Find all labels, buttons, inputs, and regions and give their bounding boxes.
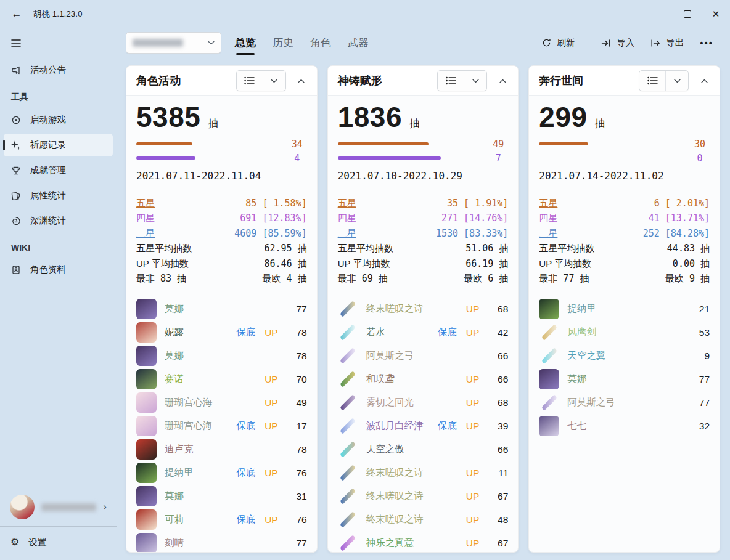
- pull-item-row[interactable]: 莫娜77: [136, 299, 307, 320]
- star-filter-link[interactable]: 五星: [136, 196, 155, 211]
- pull-item-row[interactable]: 终末嗟叹之诗UP11: [338, 463, 509, 484]
- pull-item-row[interactable]: 提纳里21: [539, 299, 710, 320]
- pull-item-row[interactable]: 迪卢克78: [136, 439, 307, 460]
- list-view-button[interactable]: [438, 71, 464, 91]
- pull-item-row[interactable]: 妮露保底UP78: [136, 322, 307, 343]
- pull-item-row[interactable]: 刻晴77: [136, 533, 307, 553]
- star-filter-link[interactable]: 三星: [539, 226, 557, 241]
- maximize-button[interactable]: [673, 0, 702, 28]
- pull-item-row[interactable]: 终末嗟叹之诗UP48: [338, 509, 509, 530]
- export-button[interactable]: 导出: [644, 33, 691, 53]
- export-label: 导出: [666, 37, 684, 49]
- pull-item-row[interactable]: 波乱月白经津保底UP39: [338, 416, 509, 437]
- pull-item-row[interactable]: 珊瑚宫心海UP49: [136, 392, 307, 413]
- total-pulls: 299抽: [539, 100, 710, 136]
- star-filter-link[interactable]: 五星: [338, 196, 356, 211]
- sidebar-item-character-wiki[interactable]: 角色资料: [4, 258, 113, 281]
- average-stat-value: 66.19 抽: [465, 256, 508, 272]
- up-badge: UP: [466, 421, 480, 432]
- sidebar-item-launch-game[interactable]: 启动游戏: [4, 108, 113, 131]
- star-filter-link[interactable]: 四星: [338, 211, 356, 226]
- banner-card-0: 角色活动5385抽3442021.07.11-2022.11.04五星85 [ …: [126, 65, 318, 553]
- date-range: 2021.07.11-2022.11.04: [136, 170, 307, 182]
- star-filter-link[interactable]: 五星: [539, 196, 557, 211]
- close-button[interactable]: ✕: [702, 0, 730, 28]
- character-avatar: [539, 416, 559, 436]
- tab-weapon[interactable]: 武器: [348, 28, 369, 58]
- pull-item-row[interactable]: 神乐之真意UP67: [338, 533, 509, 553]
- tab-overview[interactable]: 总览: [235, 28, 256, 58]
- collapse-card-button[interactable]: [292, 71, 311, 91]
- list-view-button[interactable]: [639, 71, 665, 91]
- back-button[interactable]: ←: [6, 5, 27, 23]
- pull-item-row[interactable]: 赛诺UP70: [136, 369, 307, 390]
- character-avatar: [136, 533, 157, 552]
- average-stat-row: UP 平均抽数66.19 抽: [338, 256, 509, 272]
- collapse-card-button[interactable]: [694, 71, 714, 91]
- star-filter-link[interactable]: 四星: [136, 211, 155, 226]
- pity-progress-4star: 7: [338, 156, 509, 161]
- pull-item-row[interactable]: 雾切之回光UP68: [338, 392, 509, 413]
- sidebar-item-announcement[interactable]: 活动公告: [4, 59, 113, 81]
- character-avatar: [136, 416, 157, 436]
- star-filter-link[interactable]: 三星: [338, 226, 356, 241]
- refresh-button[interactable]: 刷新: [535, 33, 581, 53]
- weapon-icon: [338, 533, 358, 552]
- pull-item-row[interactable]: 提纳里保底UP76: [136, 463, 307, 484]
- minimize-button[interactable]: –: [645, 0, 673, 28]
- chevron-up-icon: [701, 79, 708, 83]
- pull-item-row[interactable]: 莫娜77: [539, 369, 710, 390]
- pull-item-row[interactable]: 和璞鸢UP66: [338, 369, 509, 390]
- sidebar-item-label: 成就管理: [30, 164, 66, 176]
- uid-redacted: [133, 39, 183, 47]
- star-stat-value: 4609 [85.59%]: [234, 226, 306, 241]
- pull-item-row[interactable]: 七七32: [539, 416, 710, 437]
- sidebar-item-wish-records[interactable]: 祈愿记录: [4, 134, 113, 156]
- view-dropdown-button[interactable]: [666, 71, 688, 91]
- list-view-icon: [647, 76, 658, 85]
- pity-bars: 300: [539, 142, 710, 161]
- item-name: 珊瑚宫心海: [165, 420, 228, 432]
- maximize-icon: [684, 10, 691, 18]
- cards-row: 角色活动5385抽3442021.07.11-2022.11.04五星85 [ …: [117, 58, 730, 560]
- tab-history[interactable]: 历史: [273, 28, 293, 58]
- list-view-button[interactable]: [237, 71, 263, 91]
- pull-item-row[interactable]: 终末嗟叹之诗UP67: [338, 486, 509, 507]
- pull-item-row[interactable]: 阿莫斯之弓77: [539, 392, 710, 413]
- sidebar-item-abyss[interactable]: 深渊统计: [4, 209, 113, 232]
- view-options-split-button: [639, 70, 689, 91]
- view-dropdown-button[interactable]: [263, 71, 285, 91]
- view-dropdown-button[interactable]: [464, 71, 486, 91]
- import-button[interactable]: 导入: [594, 33, 641, 53]
- pull-history-list: 提纳里21风鹰剑53天空之翼9莫娜77阿莫斯之弓77七七32: [539, 293, 710, 553]
- sidebar-item-properties[interactable]: 属性统计: [4, 184, 113, 207]
- pull-item-row[interactable]: 珊瑚宫心海保底UP17: [136, 416, 307, 437]
- pull-item-row[interactable]: 阿莫斯之弓66: [338, 346, 509, 367]
- uid-selector[interactable]: [126, 32, 221, 54]
- star-filter-link[interactable]: 四星: [539, 211, 557, 226]
- worst-pulls: 最非 83 抽: [136, 271, 186, 286]
- pull-count: 31: [290, 491, 307, 502]
- pull-item-row[interactable]: 莫娜78: [136, 346, 307, 367]
- chevron-down-icon: [472, 79, 479, 83]
- sidebar-item-achievements[interactable]: 成就管理: [4, 159, 113, 182]
- pull-item-row[interactable]: 风鹰剑53: [539, 322, 710, 343]
- pull-item-row[interactable]: 莫娜31: [136, 486, 307, 507]
- sidebar-item-settings[interactable]: ⚙ 设置: [4, 529, 113, 555]
- sidebar-item-label: 属性统计: [30, 190, 66, 201]
- more-button[interactable]: •••: [693, 33, 720, 52]
- collapse-card-button[interactable]: [493, 71, 512, 91]
- pull-item-row[interactable]: 天空之傲66: [338, 439, 509, 460]
- item-name: 莫娜: [567, 373, 681, 386]
- pull-item-row[interactable]: 天空之翼9: [539, 346, 710, 367]
- pull-item-row[interactable]: 若水保底UP42: [338, 322, 509, 343]
- pull-item-row[interactable]: 终末嗟叹之诗UP68: [338, 299, 509, 320]
- character-avatar: [136, 463, 157, 483]
- pull-item-row[interactable]: 可莉保底UP76: [136, 509, 307, 530]
- user-account-row[interactable]: ›: [0, 489, 117, 525]
- star-filter-link[interactable]: 三星: [136, 226, 155, 241]
- tab-character[interactable]: 角色: [310, 28, 331, 58]
- nav-toggle-button[interactable]: [4, 33, 28, 54]
- star-stat-row: 四星41 [13.71%]: [539, 211, 710, 226]
- best-pulls: 最欧 6 抽: [464, 271, 508, 286]
